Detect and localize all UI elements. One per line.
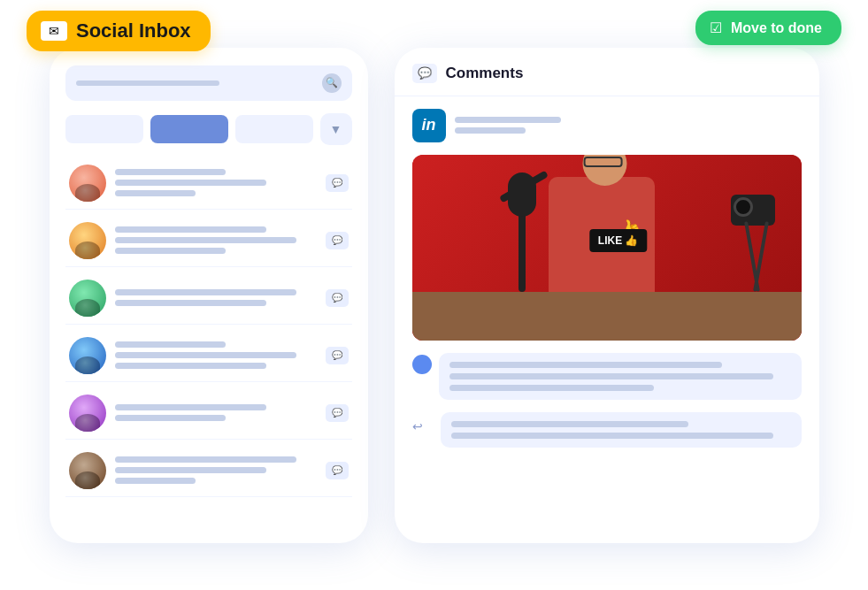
comment-bubble-row	[412, 353, 802, 400]
item-line	[115, 248, 226, 254]
avatar	[69, 452, 106, 489]
right-phone-card: 💬 Comments in	[395, 48, 819, 543]
reply-icon: ↩	[412, 419, 434, 439]
comment-icon: 💬	[326, 347, 349, 364]
comments-icon: 💬	[412, 64, 437, 83]
item-line	[115, 237, 296, 243]
post-section: in	[395, 96, 819, 543]
list-item[interactable]: 💬	[65, 330, 352, 382]
move-to-done-badge[interactable]: ☑ Move to done	[695, 11, 841, 45]
reply-row: ↩	[412, 412, 802, 448]
reply-line	[451, 433, 774, 439]
reply-line	[451, 421, 689, 427]
item-line	[115, 467, 266, 473]
avatar	[69, 165, 106, 202]
comment-icon: 💬	[326, 462, 349, 479]
comment-icon: 💬	[326, 289, 349, 307]
author-name-line	[455, 117, 561, 123]
item-content	[115, 226, 317, 254]
move-to-done-label: Move to done	[731, 20, 822, 36]
mic-head	[508, 172, 536, 217]
avatar	[69, 222, 106, 259]
avatar	[69, 337, 106, 374]
comments-header: 💬 Comments	[395, 48, 819, 96]
like-sign: LIKE 👍	[589, 229, 648, 252]
commenter-avatar	[412, 355, 432, 374]
item-content	[115, 341, 317, 369]
item-line	[115, 404, 266, 410]
comments-title: Comments	[446, 65, 524, 82]
filter-tab-all[interactable]	[65, 115, 143, 143]
mic-stand	[518, 203, 526, 292]
item-line	[115, 300, 266, 306]
item-line	[115, 289, 296, 295]
item-content	[115, 456, 317, 484]
avatar	[69, 280, 106, 317]
item-line	[115, 341, 226, 348]
comment-icon: 💬	[326, 174, 349, 192]
comment-icon: 💬	[326, 232, 349, 249]
comment-icon: 💬	[326, 404, 349, 422]
item-line	[115, 478, 196, 484]
item-content	[115, 289, 317, 306]
item-line	[115, 226, 266, 233]
scene: ✉ Social Inbox ☑ Move to done 🔍 ▼	[0, 0, 868, 590]
desk	[412, 292, 802, 341]
item-content	[115, 169, 317, 196]
linkedin-icon: in	[412, 109, 446, 142]
item-content	[115, 404, 317, 421]
item-line	[115, 352, 296, 358]
comment-line	[449, 373, 774, 379]
social-inbox-title: Social Inbox	[76, 19, 191, 42]
list-item[interactable]: 💬	[65, 272, 352, 325]
comment-box	[439, 353, 802, 400]
search-icon: 🔍	[322, 73, 342, 93]
glasses	[583, 157, 622, 167]
list-item[interactable]: 💬	[65, 157, 352, 210]
list-item[interactable]: 💬	[65, 215, 352, 267]
list-item[interactable]: 💬	[65, 445, 352, 497]
like-text: LIKE 👍	[598, 234, 639, 247]
camera-lens	[734, 197, 753, 217]
filter-tab-done[interactable]	[235, 115, 313, 143]
comment-line	[449, 362, 723, 368]
envelope-icon: ✉	[41, 21, 67, 41]
inbox-list: 💬 💬 💬	[65, 157, 352, 525]
post-image: LIKE 👍 👍	[412, 155, 802, 341]
search-line-1	[76, 80, 219, 86]
post-image-inner: LIKE 👍 👍	[412, 155, 802, 341]
item-line	[115, 180, 266, 186]
filter-button[interactable]: ▼	[320, 113, 352, 145]
item-line	[115, 415, 226, 421]
item-line	[115, 169, 226, 175]
tripod-leg-2	[753, 221, 769, 291]
reply-box[interactable]	[441, 412, 802, 448]
avatar	[69, 395, 106, 432]
author-info	[455, 117, 561, 134]
filter-row: ▼	[65, 113, 352, 145]
filter-tab-active[interactable]	[150, 115, 228, 143]
search-placeholder-lines	[76, 80, 315, 86]
list-item[interactable]: 💬	[65, 387, 352, 440]
item-line	[115, 190, 196, 196]
item-line	[115, 363, 266, 369]
author-meta-line	[455, 127, 526, 134]
item-line	[115, 456, 296, 463]
checkmark-icon: ☑	[710, 19, 722, 36]
comment-line	[449, 385, 655, 391]
search-bar[interactable]: 🔍	[65, 65, 352, 101]
post-author-row: in	[412, 109, 802, 142]
social-inbox-badge[interactable]: ✉ Social Inbox	[27, 11, 211, 51]
left-phone-card: 🔍 ▼ 💬	[50, 48, 368, 543]
